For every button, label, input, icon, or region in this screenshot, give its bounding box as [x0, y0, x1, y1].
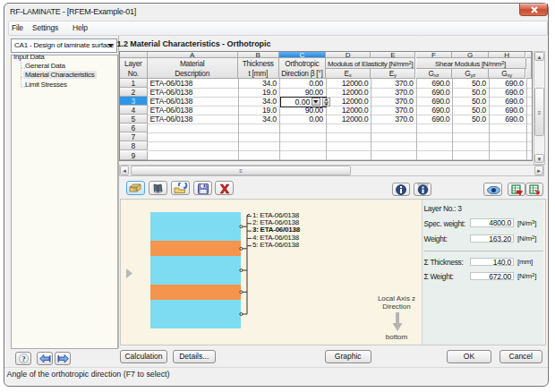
- svg-text:?: ?: [21, 354, 26, 363]
